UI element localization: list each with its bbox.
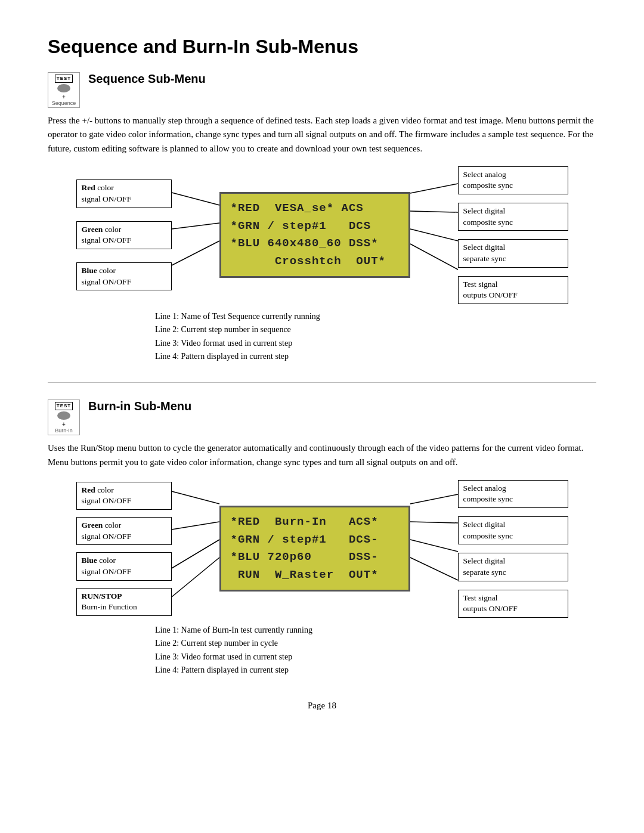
svg-line-3 — [410, 184, 458, 193]
bi-lcd-line1: *RED Burn-In ACS* — [231, 513, 399, 531]
seq-left-lines — [172, 181, 219, 289]
burnin-lcd: *RED Burn-In ACS* *GRN / step#1 DCS- *BL… — [219, 506, 410, 592]
svg-line-4 — [410, 211, 458, 212]
seq-label-dcs: Select digitalcomposite sync — [458, 203, 568, 231]
svg-line-0 — [172, 193, 219, 205]
svg-line-7 — [172, 491, 219, 504]
bi-note-3: Line 3: Video format used in current ste… — [155, 651, 596, 664]
svg-line-11 — [410, 494, 458, 504]
svg-line-1 — [172, 223, 219, 229]
burnin-heading: Burn-in Sub-Menu — [88, 400, 191, 413]
burnin-description: Uses the Run/Stop menu button to cycle t… — [48, 441, 596, 469]
seq-label-out: Test signaloutputs ON/OFF — [458, 276, 568, 304]
bi-label-acs: Select analogcomposite sync — [458, 480, 568, 508]
burnin-right-labels: Select analogcomposite sync Select digit… — [458, 480, 568, 618]
bi-label-out: Test signaloutputs ON/OFF — [458, 590, 568, 618]
bi-lcd-line4: RUN W_Raster OUT* — [231, 566, 399, 584]
burnin-left-labels: Red colorsignal ON/OFF Green colorsignal… — [76, 482, 172, 616]
seq-right-lines — [410, 169, 458, 301]
burnin-icon: TEST + Burn-In — [48, 400, 80, 435]
svg-line-6 — [410, 244, 458, 270]
seq-note-3: Line 3: Video format used in current ste… — [155, 337, 596, 350]
seq-label-red: Red colorsignal ON/OFF — [76, 179, 172, 208]
bi-note-1: Line 1: Name of Burn-In test currently r… — [155, 624, 596, 637]
bi-note-2: Line 2: Current step number in cycle — [155, 637, 596, 650]
sequence-lcd-container: *RED VESA_se* ACS *GRN / step#1 DCS *BLU… — [219, 192, 410, 278]
section-divider — [48, 382, 596, 383]
sequence-icon: TEST + Sequence — [48, 72, 80, 108]
burnin-diagram: Red colorsignal ON/OFF Green colorsignal… — [48, 480, 596, 677]
bi-label-green: Green colorsignal ON/OFF — [76, 517, 172, 545]
sequence-lcd: *RED VESA_se* ACS *GRN / step#1 DCS *BLU… — [219, 192, 410, 278]
svg-line-8 — [172, 522, 219, 529]
bi-right-lines — [410, 480, 458, 617]
bi-label-dss: Select digitalseparate sync — [458, 553, 568, 581]
bi-label-blue: Blue colorsignal ON/OFF — [76, 552, 172, 580]
svg-line-13 — [410, 540, 458, 552]
seq-label-dss: Select digitalseparate sync — [458, 239, 568, 267]
svg-line-2 — [172, 241, 219, 265]
bi-label-runstop: RUN/STOPBurn-in Function — [76, 588, 172, 616]
sequence-heading: Sequence Sub-Menu — [88, 72, 206, 85]
seq-label-blue: Blue colorsignal ON/OFF — [76, 262, 172, 290]
seq-note-1: Line 1: Name of Test Sequence currently … — [155, 310, 596, 323]
svg-line-5 — [410, 229, 458, 241]
seq-lcd-line3: *BLU 640x480_60 DSS* — [231, 235, 399, 252]
sequence-left-labels: Red colorsignal ON/OFF Green colorsignal… — [76, 179, 172, 290]
sequence-notes: Line 1: Name of Test Sequence currently … — [48, 310, 596, 364]
sequence-right-labels: Select analogcomposite sync Select digit… — [458, 166, 568, 304]
bi-left-lines — [172, 480, 219, 617]
seq-lcd-line4: Crosshtch OUT* — [231, 253, 399, 270]
seq-note-4: Line 4: Pattern displayed in current ste… — [155, 350, 596, 363]
svg-line-12 — [410, 522, 458, 523]
sequence-diagram: Red colorsignal ON/OFF Green colorsignal… — [48, 166, 596, 364]
burnin-notes: Line 1: Name of Burn-In test currently r… — [48, 624, 596, 677]
bi-label-red: Red colorsignal ON/OFF — [76, 482, 172, 510]
bi-lcd-line3: *BLU 720p60 DSS- — [231, 549, 399, 566]
seq-lcd-line2: *GRN / step#1 DCS — [231, 218, 399, 235]
burnin-lcd-container: *RED Burn-In ACS* *GRN / step#1 DCS- *BL… — [219, 506, 410, 592]
sequence-description: Press the +/- buttons to manually step t… — [48, 114, 596, 156]
page-title: Sequence and Burn-In Sub-Menus — [48, 36, 596, 58]
svg-line-14 — [410, 558, 458, 580]
bi-label-dcs: Select digitalcomposite sync — [458, 516, 568, 544]
seq-label-green: Green colorsignal ON/OFF — [76, 221, 172, 249]
seq-note-2: Line 2: Current step number in sequence — [155, 323, 596, 336]
bi-note-4: Line 4: Pattern displayed in current ste… — [155, 664, 596, 677]
page-number: Page 18 — [48, 701, 596, 711]
bi-lcd-line2: *GRN / step#1 DCS- — [231, 531, 399, 549]
seq-lcd-line1: *RED VESA_se* ACS — [231, 200, 399, 217]
svg-line-10 — [172, 558, 219, 597]
seq-label-acs: Select analogcomposite sync — [458, 166, 568, 194]
